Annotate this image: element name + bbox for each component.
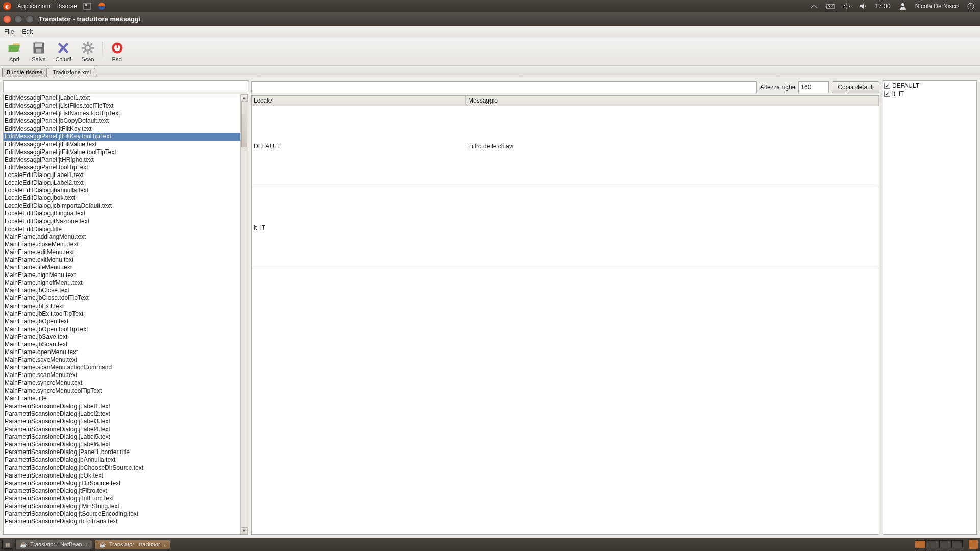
key-row[interactable]: MainFrame.editMenu.text <box>4 248 240 256</box>
key-filter-input[interactable] <box>3 80 248 92</box>
col-header-locale[interactable]: Locale <box>252 96 466 106</box>
mail-icon[interactable] <box>826 2 835 10</box>
workspace-1[interactable] <box>915 540 926 548</box>
key-row[interactable]: MainFrame.jbScan.text <box>4 341 240 348</box>
shutdown-icon[interactable] <box>967 2 975 10</box>
key-row[interactable]: LocaleEditDialog.jtLingua.text <box>4 210 240 217</box>
window-minimize-button[interactable] <box>14 15 22 23</box>
key-row[interactable]: EditMessaggiPanel.jLabel1.text <box>4 94 240 102</box>
window-close-button[interactable] <box>3 15 11 23</box>
menu-edit[interactable]: Edit <box>18 28 37 35</box>
key-row[interactable]: LocaleEditDialog.jbannulla.text <box>4 187 240 194</box>
tab-traduzione-xml[interactable]: Traduzione xml <box>48 68 95 77</box>
close-button[interactable]: Chiudi <box>52 41 75 62</box>
key-row[interactable]: ParametriScansioneDialog.jtMinString.tex… <box>4 503 240 510</box>
key-row[interactable]: MainFrame.syncroMenu.toolTipText <box>4 387 240 395</box>
firefox-icon[interactable] <box>97 2 106 10</box>
key-row[interactable]: MainFrame.highoffMenu.text <box>4 279 240 287</box>
key-row[interactable]: MainFrame.saveMenu.text <box>4 356 240 364</box>
key-list-scrollbar[interactable]: ▲ ▼ <box>240 94 248 534</box>
key-row[interactable]: EditMessaggiPanel.jtFiltKey.text <box>4 125 240 133</box>
window-titlebar[interactable]: Translator - traduttore messaggi <box>0 12 980 26</box>
key-row[interactable]: EditMessaggiPanel.jtHRighe.text <box>4 156 240 164</box>
open-button[interactable]: Apri <box>3 41 26 62</box>
key-row[interactable]: ParametriScansioneDialog.jbOk.text <box>4 472 240 480</box>
key-row[interactable]: ParametriScansioneDialog.jtIntFunc.text <box>4 495 240 503</box>
task-translator[interactable]: ☕ Translator - traduttor… <box>94 540 170 549</box>
key-row[interactable]: MainFrame.jbExit.toolTipText <box>4 310 240 318</box>
key-list[interactable]: EditMessaggiPanel.jLabel1.textEditMessag… <box>3 94 248 535</box>
key-row[interactable]: ParametriScansioneDialog.rbToTrans.text <box>4 518 240 525</box>
workspace-switcher[interactable] <box>915 540 966 548</box>
save-button[interactable]: Salva <box>28 41 50 62</box>
key-row[interactable]: ParametriScansioneDialog.jLabel3.text <box>4 418 240 425</box>
key-row[interactable]: MainFrame.scanMenu.actionCommand <box>4 364 240 371</box>
table-row[interactable]: DEFAULTFiltro delle chiavi <box>252 106 879 187</box>
key-row[interactable]: LocaleEditDialog.jLabel2.text <box>4 179 240 187</box>
translations-table[interactable]: Locale Messaggio DEFAULTFiltro delle chi… <box>251 95 879 535</box>
key-row[interactable]: MainFrame.fileMenu.text <box>4 264 240 271</box>
key-row[interactable]: EditMessaggiPanel.jtFiltValue.text <box>4 141 240 148</box>
exit-button[interactable]: Esci <box>106 41 129 62</box>
sync-icon[interactable] <box>843 2 851 10</box>
show-desktop-button[interactable]: ▦ <box>2 540 12 549</box>
key-row[interactable]: MainFrame.closeMenu.text <box>4 241 240 248</box>
tab-bundle-risorse[interactable]: Bundle risorse <box>2 68 47 77</box>
key-row[interactable]: ParametriScansioneDialog.jtDirSource.tex… <box>4 480 240 487</box>
workspace-4[interactable] <box>951 540 963 548</box>
key-row[interactable]: EditMessaggiPanel.jtFiltKey.toolTipText <box>4 133 240 140</box>
col-header-messaggio[interactable]: Messaggio <box>466 96 879 106</box>
copy-default-button[interactable]: Copia default <box>832 81 879 93</box>
key-row[interactable]: EditMessaggiPanel.jListNames.toolTipText <box>4 110 240 117</box>
task-netbeans[interactable]: ☕ Translator - NetBean… <box>15 540 92 549</box>
key-row[interactable]: ParametriScansioneDialog.jPanel1.border.… <box>4 448 240 456</box>
key-row[interactable]: ParametriScansioneDialog.jLabel2.text <box>4 410 240 418</box>
key-row[interactable]: ParametriScansioneDialog.jbChooseDirSour… <box>4 464 240 472</box>
key-row[interactable]: ParametriScansioneDialog.jLabel5.text <box>4 433 240 441</box>
key-row[interactable]: ParametriScansioneDialog.jtSourceEncodin… <box>4 510 240 518</box>
key-row[interactable]: MainFrame.openMenu.text <box>4 348 240 356</box>
key-row[interactable]: MainFrame.jbExit.text <box>4 303 240 310</box>
network-icon[interactable] <box>810 2 818 10</box>
key-row[interactable]: ParametriScansioneDialog.jLabel4.text <box>4 425 240 433</box>
table-row[interactable]: it_IT <box>252 187 879 268</box>
scroll-down-arrow[interactable]: ▼ <box>241 527 248 534</box>
window-list-icon[interactable] <box>83 2 91 10</box>
key-row[interactable]: EditMessaggiPanel.jListFiles.toolTipText <box>4 102 240 110</box>
key-row[interactable]: LocaleEditDialog.jLabel1.text <box>4 171 240 179</box>
key-row[interactable]: MainFrame.exitMenu.text <box>4 256 240 264</box>
locale-checkbox-row[interactable]: ✔it_IT <box>884 90 975 98</box>
key-row[interactable]: ParametriScansioneDialog.jbAnnulla.text <box>4 456 240 464</box>
key-row[interactable]: MainFrame.scanMenu.text <box>4 371 240 379</box>
key-row[interactable]: MainFrame.addlangMenu.text <box>4 233 240 241</box>
key-row[interactable]: EditMessaggiPanel.jbCopyDefault.text <box>4 117 240 125</box>
message-filter-input[interactable] <box>251 81 757 93</box>
key-row[interactable]: LocaleEditDialog.jbok.text <box>4 194 240 202</box>
scroll-up-arrow[interactable]: ▲ <box>241 94 248 102</box>
cell-locale[interactable]: DEFAULT <box>252 106 466 187</box>
user-menu[interactable]: Nicola De Nisco <box>915 3 959 10</box>
key-row[interactable]: ParametriScansioneDialog.jLabel6.text <box>4 441 240 448</box>
trash-icon[interactable] <box>969 540 978 549</box>
cell-locale[interactable]: it_IT <box>252 187 466 268</box>
clock[interactable]: 17:30 <box>875 3 891 10</box>
key-row[interactable]: ParametriScansioneDialog.jLabel1.text <box>4 403 240 410</box>
key-row[interactable]: EditMessaggiPanel.jtFiltValue.toolTipTex… <box>4 148 240 156</box>
checkbox[interactable]: ✔ <box>884 91 890 97</box>
key-row[interactable]: MainFrame.jbOpen.text <box>4 318 240 325</box>
cell-message[interactable] <box>466 187 879 268</box>
window-maximize-button[interactable] <box>26 15 34 23</box>
key-row[interactable]: MainFrame.jbOpen.toolTipText <box>4 325 240 333</box>
key-row[interactable]: EditMessaggiPanel.toolTipText <box>4 164 240 171</box>
key-row[interactable]: MainFrame.jbSave.text <box>4 333 240 341</box>
key-row[interactable]: LocaleEditDialog.title <box>4 226 240 233</box>
key-row[interactable]: MainFrame.highMenu.text <box>4 271 240 279</box>
key-row[interactable]: MainFrame.syncroMenu.text <box>4 379 240 387</box>
volume-icon[interactable] <box>859 2 867 10</box>
key-row[interactable]: ParametriScansioneDialog.jtFiltro.text <box>4 487 240 495</box>
scroll-thumb[interactable] <box>241 102 247 147</box>
key-row[interactable]: MainFrame.jbClose.toolTipText <box>4 294 240 302</box>
scan-button[interactable]: Scan <box>77 41 99 62</box>
checkbox[interactable]: ✔ <box>884 83 890 89</box>
locale-checkbox-row[interactable]: ✔DEFAULT <box>884 82 975 90</box>
